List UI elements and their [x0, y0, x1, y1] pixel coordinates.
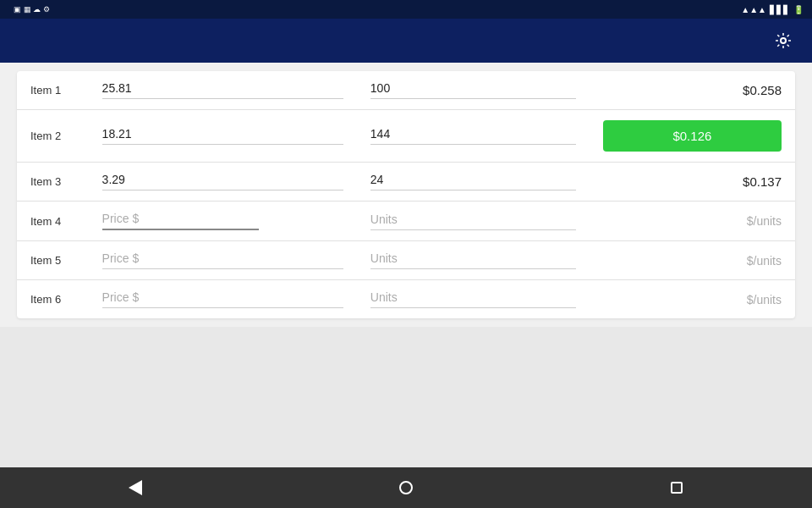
price-cell[interactable]: Price $ [89, 241, 357, 280]
units-cell: 144 [357, 110, 590, 163]
price-underline [102, 144, 343, 145]
sort-button[interactable] [731, 25, 761, 56]
title-actions [619, 25, 798, 56]
units-field: 100 [370, 81, 576, 99]
units-underline [370, 98, 576, 99]
home-icon [399, 481, 413, 494]
units-field: 144 [370, 127, 576, 145]
price-underline [102, 190, 343, 190]
home-button[interactable] [385, 471, 427, 505]
bottom-navigation [0, 467, 812, 508]
item-label: Item 6 [17, 280, 89, 319]
item-label: Item 1 [17, 71, 89, 110]
units-placeholder: Units [370, 251, 576, 268]
price-value: 25.81 [102, 81, 343, 98]
result-cell: $/units [590, 280, 795, 319]
table-row: Item 2 18.21 144 $0.126 [17, 110, 795, 163]
price-underline [102, 268, 343, 269]
settings-button[interactable] [768, 25, 798, 56]
price-cell[interactable]: Price $ [89, 202, 357, 241]
price-field: 3.29 [102, 173, 343, 190]
data-table: Item 1 25.81 100 $0.258Item 2 18.21 144 … [17, 71, 795, 318]
result-cell: $/units [590, 241, 795, 280]
notification-icons: ▣ ▦ ☁ ⚙ [14, 5, 50, 14]
price-underline [102, 307, 343, 308]
units-placeholder: Units [370, 290, 576, 307]
result-cell: $/units [590, 202, 795, 241]
minimize-button[interactable] [656, 25, 687, 56]
back-icon [129, 480, 142, 495]
battery-icon: 🔋 [793, 5, 804, 14]
result-placeholder: $/units [747, 214, 782, 228]
units-cell: 100 [357, 71, 590, 110]
price-placeholder: Price $ [102, 290, 343, 307]
units-cell[interactable]: Units [357, 241, 590, 280]
units-cell[interactable]: Units [357, 202, 590, 241]
price-field: Price $ [102, 290, 343, 308]
units-placeholder: Units [370, 213, 576, 229]
result-highlight: $0.126 [603, 120, 782, 152]
price-cell[interactable]: Price $ [89, 280, 357, 319]
price-field: 25.81 [102, 81, 343, 99]
price-placeholder: Price $ [102, 212, 343, 229]
table-row: Item 4 Price $ Units $/units [17, 202, 795, 241]
price-placeholder: Price $ [102, 251, 343, 268]
price-underline [102, 98, 343, 99]
result-value: $0.137 [743, 174, 782, 189]
price-field: 18.21 [102, 127, 343, 145]
status-bar-right: ▲▲▲ ▋▋▋ 🔋 [741, 5, 804, 14]
units-underline [370, 268, 576, 269]
price-underline [102, 229, 259, 230]
recents-button[interactable] [656, 471, 698, 505]
result-placeholder: $/units [747, 254, 782, 268]
item-label: Item 2 [17, 110, 89, 163]
units-cell[interactable]: Units [357, 280, 590, 319]
close-button[interactable] [619, 25, 650, 56]
add-button[interactable] [694, 25, 724, 56]
table-row: Item 1 25.81 100 $0.258 [17, 71, 795, 110]
units-value: 100 [370, 81, 576, 98]
price-cell: 18.21 [89, 110, 357, 163]
price-value: 3.29 [102, 173, 343, 190]
result-cell: $0.258 [590, 71, 795, 110]
content-area: Item 1 25.81 100 $0.258Item 2 18.21 144 … [0, 63, 812, 327]
item-label: Item 3 [17, 163, 89, 202]
price-cell: 3.29 [89, 163, 357, 202]
units-field: 24 [370, 173, 576, 190]
units-cell: 24 [357, 163, 590, 202]
units-underline [370, 190, 576, 190]
units-value: 144 [370, 127, 576, 144]
units-field: Units [370, 290, 576, 308]
result-value: $0.258 [743, 83, 782, 97]
units-field: Units [370, 213, 576, 230]
wifi-icon: ▲▲▲ [741, 5, 766, 14]
result-cell: $0.137 [590, 163, 795, 202]
back-button[interactable] [114, 471, 156, 505]
signal-icon: ▋▋▋ [770, 5, 790, 14]
table-row: Item 3 3.29 24 $0.137 [17, 163, 795, 202]
table-row: Item 5 Price $ Units $/units [17, 241, 795, 280]
price-cell: 25.81 [89, 71, 357, 110]
status-bar: ▣ ▦ ☁ ⚙ ▲▲▲ ▋▋▋ 🔋 [0, 0, 812, 19]
status-bar-left: ▣ ▦ ☁ ⚙ [8, 5, 50, 14]
price-field: Price $ [102, 251, 343, 269]
units-underline [370, 307, 576, 308]
units-value: 24 [370, 173, 576, 190]
units-field: Units [370, 251, 576, 269]
units-underline [370, 144, 576, 145]
svg-point-0 [781, 38, 786, 43]
result-cell: $0.126 [590, 110, 795, 163]
price-field: Price $ [102, 212, 343, 230]
result-placeholder: $/units [747, 293, 782, 306]
item-label: Item 4 [17, 202, 89, 241]
recents-icon [671, 482, 683, 494]
item-label: Item 5 [17, 241, 89, 280]
price-value: 18.21 [102, 127, 343, 144]
title-bar [0, 19, 812, 63]
table-row: Item 6 Price $ Units $/units [17, 280, 795, 319]
units-underline [370, 229, 576, 230]
